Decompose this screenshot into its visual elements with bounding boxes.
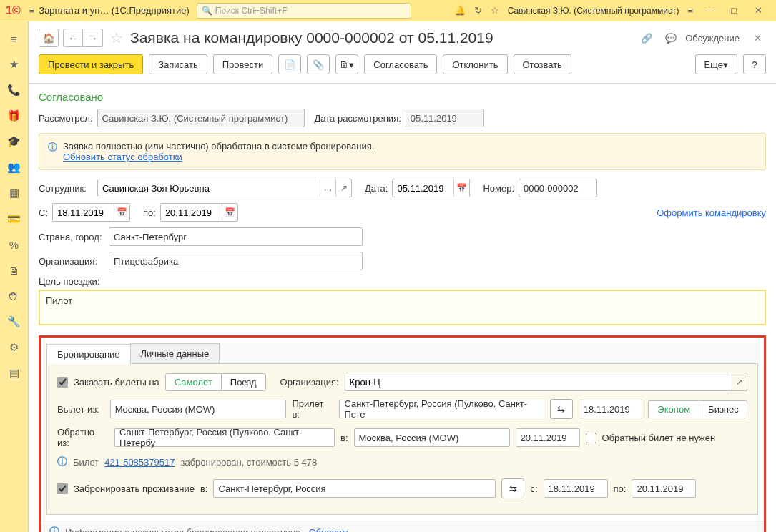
refresh-status-link[interactable]: Обновить статус обработки [63,152,182,162]
no-return-label: Обратный билет не нужен [602,433,716,443]
global-search[interactable]: 🔍 Поиск Ctrl+Shift+F [197,3,411,19]
book-lodging-label: Забронировать проживание [74,483,195,494]
tab-personal[interactable]: Личные данные [130,343,220,363]
back-button[interactable]: ← [63,29,83,47]
country-field[interactable]: Санкт-Петербург [109,227,363,246]
close-tab-icon[interactable]: ✕ [754,33,762,44]
date-label: Дата: [365,183,388,194]
sidebar-calc-icon[interactable]: ▦ [6,184,23,202]
reject-button[interactable]: Отклонить [443,54,507,74]
lodging-city-field[interactable]: Санкт-Петербург, Россия [213,479,496,498]
seg-business[interactable]: Бизнес [699,401,747,418]
dep-date-field[interactable]: 18.11.2019 [579,400,643,418]
hamburger-icon[interactable]: ≡ [29,5,35,16]
booking-org-field[interactable]: ↗ [345,373,747,391]
country-label: Страна, город: [39,232,104,242]
home-button[interactable]: 🏠 [39,29,59,47]
booking-org-label: Организация: [280,377,339,388]
sidebar-percent-icon[interactable]: % [6,236,23,253]
org-field[interactable]: Птицефабрика [109,252,363,270]
seg-train[interactable]: Поезд [222,374,265,390]
tabs: Бронирование Личные данные [46,343,758,364]
info-icon: ⓘ [49,526,59,532]
employee-open-icon[interactable]: ↗ [335,179,351,197]
sidebar-star-icon[interactable]: ★ [6,56,23,73]
sidebar-report-icon[interactable]: 🗎 [6,262,23,279]
lodging-swap-button[interactable]: ⇆ [501,478,524,498]
calendar-icon[interactable]: 📅 [453,179,469,197]
date-to-field[interactable]: 📅 [160,203,238,222]
sidebar-helmet-icon[interactable]: ⛑ [6,287,23,305]
more-button[interactable]: Еще ▾ [695,54,737,74]
booking-info-unavailable: ⓘ Информация о результатах бронировании … [41,521,764,532]
sidebar-grad-icon[interactable]: 🎓 [6,133,23,150]
link-icon[interactable]: 🔗 [641,33,652,44]
ret-to-field[interactable]: Москва, Россия (MOW) [354,428,510,447]
order-tickets-checkbox[interactable] [57,377,68,388]
current-user[interactable]: Савинская З.Ю. (Системный программист) [508,6,679,16]
ret-from-label: Обратно из: [57,427,109,448]
post-button[interactable]: Провести [213,54,273,74]
sidebar-wrench-icon[interactable]: 🔧 [6,313,23,330]
seg-plane[interactable]: Самолет [166,374,222,390]
tab-booking[interactable]: Бронирование [46,344,131,364]
minimize-icon[interactable]: — [702,5,717,16]
discussion-icon[interactable]: 💬 [665,33,677,44]
document-header: 🏠 ← → ☆ Заявка на командировку 0000-0000… [29,21,776,50]
save-button[interactable]: Записать [149,54,207,74]
number-label: Номер: [483,183,514,194]
employee-field[interactable]: … ↗ [97,179,352,197]
ticket-link[interactable]: 421-5085379517 [104,457,175,468]
reviewed-by-label: Рассмотрел: [39,113,93,124]
info-icon: ⓘ [57,455,67,468]
date-field[interactable]: 📅 [392,179,470,197]
date-from-field[interactable]: 📅 [52,203,130,222]
refresh-booking-link[interactable]: Обновить [309,527,351,533]
forward-button[interactable]: → [83,29,103,47]
attach-icon[interactable]: 📎 [307,54,330,74]
settings-icon[interactable]: ≡ [687,5,693,16]
employee-label: Сотрудник: [39,183,93,194]
star-icon[interactable]: ☆ [491,5,499,16]
discussion-label[interactable]: Обсуждение [685,33,740,44]
make-trip-link[interactable]: Оформить командировку [657,207,766,218]
booking-status-info: ⓘ Заявка полностью (или частично) обрабо… [39,133,766,170]
calendar-icon[interactable]: 📅 [114,204,129,221]
dep-from-field[interactable]: Москва, Россия (MOW) [110,400,287,418]
lodging-to-field[interactable]: 20.11.2019 [632,479,696,498]
open-org-icon[interactable]: ↗ [732,373,747,390]
toolbar: Провести и закрыть Записать Провести 📄 📎… [29,50,776,84]
sidebar-card-icon[interactable]: 💳 [6,210,23,227]
employee-ellipsis-icon[interactable]: … [320,179,335,197]
close-icon[interactable]: ✕ [750,5,766,16]
purpose-field[interactable]: Пилот [39,290,766,325]
help-button[interactable]: ? [743,54,766,74]
number-field[interactable]: 0000-000002 [519,179,597,197]
create-based-on-icon[interactable]: 📄 [278,54,301,74]
maximize-icon[interactable]: □ [726,5,742,16]
sidebar-users-icon[interactable]: 👥 [6,159,23,176]
search-placeholder: Поиск Ctrl+Shift+F [215,6,288,16]
sidebar-menu-icon[interactable]: ≡ [6,30,23,47]
calendar-icon[interactable]: 📅 [222,204,237,221]
post-and-close-button[interactable]: Провести и закрыть [39,54,143,74]
bell-icon[interactable]: 🔔 [454,5,466,16]
recall-button[interactable]: Отозвать [514,54,571,74]
review-date-field: 05.11.2019 [406,109,484,127]
sidebar-gift-icon[interactable]: 🎁 [6,107,23,124]
swap-cities-button[interactable]: ⇆ [550,399,573,419]
lodging-from-field[interactable]: 18.11.2019 [544,479,608,498]
no-return-checkbox[interactable] [586,433,596,443]
seg-economy[interactable]: Эконом [649,401,699,418]
arr-to-field[interactable]: Санкт-Петербург, Россия (Пулково. Санкт-… [339,400,544,418]
print-dropdown-icon[interactable]: 🗎▾ [335,54,358,74]
approve-button[interactable]: Согласовать [364,54,437,74]
sidebar-gear-icon[interactable]: ⚙ [6,339,23,356]
fav-star-icon[interactable]: ☆ [110,29,123,46]
sidebar-doc2-icon[interactable]: ▤ [6,365,23,382]
ret-date-field[interactable]: 20.11.2019 [516,428,580,447]
history-icon[interactable]: ↻ [474,5,482,16]
sidebar-phone-icon[interactable]: 📞 [6,82,23,99]
book-lodging-checkbox[interactable] [57,483,68,494]
ret-from-field[interactable]: Санкт-Петербург, Россия (Пулково. Санкт-… [114,428,335,447]
